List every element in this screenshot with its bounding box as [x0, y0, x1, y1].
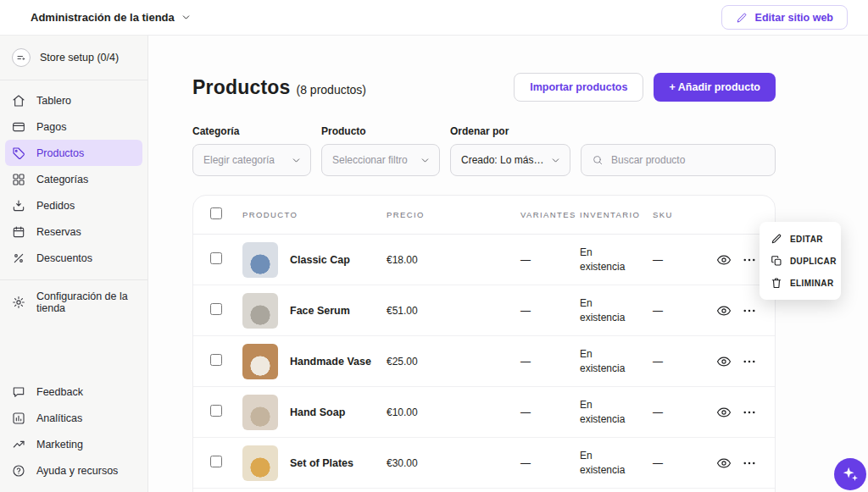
product-image — [242, 242, 278, 278]
table-row[interactable]: Classic Cap €18.00 — En existencia — — [193, 235, 775, 285]
sidebar-item-categorias[interactable]: Categorías — [5, 166, 142, 192]
product-inventory: En existencia — [580, 347, 653, 374]
marketing-icon — [12, 438, 25, 451]
product-variants: — — [520, 305, 580, 317]
select-all-checkbox[interactable] — [210, 207, 222, 219]
table-row[interactable]: Hand Soap €10.00 — En existencia — — [193, 387, 775, 438]
product-image — [242, 344, 278, 379]
feedback-icon — [12, 385, 25, 399]
orders-icon — [12, 199, 25, 213]
add-product-button[interactable]: + Añadir producto — [654, 73, 776, 102]
preview-eye-icon[interactable] — [707, 354, 741, 369]
row-checkbox[interactable] — [210, 405, 222, 417]
page-title: Productos — [192, 76, 291, 99]
card-icon — [12, 120, 25, 134]
product-variants: — — [520, 406, 580, 418]
product-image — [242, 445, 278, 481]
header-inventario: INVENTARIO — [580, 210, 653, 219]
sidebar-item-ayuda[interactable]: Ayuda y recursos — [5, 457, 142, 484]
product-name: Classic Cap — [290, 254, 350, 266]
sidebar-item-productos[interactable]: Productos — [5, 140, 142, 166]
header-variantes: VARIANTES — [520, 210, 580, 219]
grid-icon — [12, 173, 25, 186]
row-checkbox[interactable] — [210, 456, 222, 467]
product-variants: — — [520, 356, 580, 368]
sidebar-item-descuentos[interactable]: Descuentos — [5, 245, 142, 271]
table-row[interactable]: Handmade Vase €25.00 — En existencia — — [193, 336, 775, 387]
row-more-button[interactable] — [741, 405, 758, 420]
product-price: €30.00 — [387, 457, 520, 469]
top-bar: Administración de la tienda Editar sitio… — [0, 0, 868, 36]
products-table: PRODUCTO PRECIO VARIANTES INVENTARIO SKU… — [192, 195, 776, 492]
preview-eye-icon[interactable] — [707, 456, 741, 471]
sidebar-item-pagos[interactable]: Pagos — [5, 113, 142, 140]
sidebar-item-store-setup[interactable]: Store setup (0/4) — [5, 44, 142, 71]
gear-icon — [12, 296, 25, 309]
product-variants: — — [520, 254, 580, 266]
product-sku: — — [653, 406, 707, 418]
row-context-menu: EDITAR DUPLICAR ELIMINAR — [760, 222, 841, 300]
category-filter-label: Categoría — [192, 125, 311, 137]
table-row[interactable]: Face Serum €51.00 — En existencia — — [193, 285, 775, 336]
header-sku: SKU — [653, 210, 707, 219]
product-inventory: En existencia — [580, 246, 653, 273]
sort-filter-label: Ordenar por — [450, 125, 570, 137]
preview-eye-icon[interactable] — [707, 405, 741, 420]
product-inventory: En existencia — [580, 398, 653, 425]
row-more-button[interactable] — [741, 303, 758, 318]
row-checkbox[interactable] — [210, 252, 222, 264]
ai-assistant-button[interactable] — [834, 458, 866, 490]
analytics-icon — [12, 412, 25, 425]
row-checkbox[interactable] — [210, 354, 222, 366]
preview-eye-icon[interactable] — [707, 303, 741, 318]
tag-icon — [12, 146, 25, 160]
table-row[interactable]: Set of Plates €30.00 — En existencia — — [193, 438, 775, 489]
product-count: (8 productos) — [297, 83, 366, 97]
row-more-button[interactable] — [741, 354, 758, 369]
search-icon — [592, 154, 604, 166]
sidebar-item-configuracion[interactable]: Configuración de la tienda — [5, 289, 142, 315]
product-name: Hand Soap — [290, 406, 345, 418]
product-price: €18.00 — [387, 254, 520, 266]
sidebar: Store setup (0/4) Tablero Pagos Producto… — [0, 36, 148, 492]
sidebar-item-pedidos[interactable]: Pedidos — [5, 192, 142, 218]
product-name: Face Serum — [290, 305, 350, 317]
menu-item-edit[interactable]: EDITAR — [760, 228, 841, 250]
product-price: €25.00 — [387, 356, 520, 368]
store-admin-title: Administración de la tienda — [31, 11, 175, 24]
trash-icon — [771, 277, 782, 289]
category-select[interactable]: Elegir categoría — [192, 144, 311, 176]
product-price: €10.00 — [387, 406, 520, 418]
calendar-icon — [12, 225, 25, 239]
header-precio: PRECIO — [387, 210, 520, 219]
product-sku: — — [653, 356, 707, 368]
search-input[interactable] — [611, 154, 765, 166]
preview-eye-icon[interactable] — [707, 252, 741, 268]
home-icon — [12, 94, 25, 108]
row-more-button[interactable] — [741, 456, 758, 471]
menu-item-duplicate[interactable]: DUPLICAR — [760, 250, 841, 272]
sidebar-item-marketing[interactable]: Marketing — [5, 431, 142, 457]
menu-item-delete[interactable]: ELIMINAR — [760, 272, 841, 294]
row-checkbox[interactable] — [210, 303, 222, 315]
product-name: Set of Plates — [290, 457, 353, 469]
chevron-down-icon — [181, 12, 192, 23]
sidebar-item-reservas[interactable]: Reservas — [5, 218, 142, 245]
product-price: €51.00 — [387, 305, 520, 317]
product-sku: — — [653, 305, 707, 317]
row-more-button[interactable] — [741, 252, 758, 268]
product-filter-select[interactable]: Seleccionar filtro — [321, 144, 440, 176]
pencil-icon — [736, 12, 748, 24]
product-image — [242, 395, 278, 430]
copy-icon — [771, 255, 782, 267]
edit-website-button[interactable]: Editar sitio web — [721, 5, 848, 30]
sort-select[interactable]: Creado: Lo más nue... — [450, 144, 570, 176]
store-admin-menu[interactable]: Administración de la tienda — [31, 11, 192, 24]
product-inventory: En existencia — [580, 296, 653, 323]
sidebar-item-tablero[interactable]: Tablero — [5, 87, 142, 113]
search-box — [581, 144, 776, 176]
sidebar-item-analiticas[interactable]: Analíticas — [5, 405, 142, 431]
sidebar-item-feedback[interactable]: Feedback — [5, 379, 142, 405]
import-products-button[interactable]: Importar productos — [514, 73, 643, 102]
chevron-down-icon — [550, 155, 561, 166]
